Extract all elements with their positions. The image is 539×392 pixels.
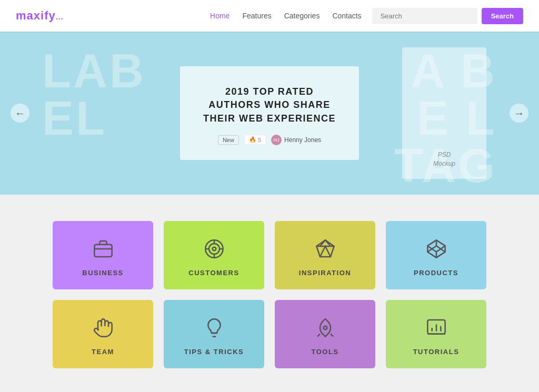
hero-meta: New 🔥 5 HJ Henny Jones [201, 135, 338, 145]
hero-prev-arrow[interactable]: ← [11, 104, 29, 123]
hero-right-card: PSDMockup [402, 47, 486, 179]
category-team-label: TEAM [92, 348, 114, 356]
hero-section: LAB EL A B E L TAG ← 2019 TOP RATED AUTH… [0, 32, 539, 195]
fire-icon: 🔥 [249, 136, 256, 143]
category-customers[interactable]: CUSTOMERS [164, 221, 264, 289]
fire-count: 5 [258, 137, 261, 143]
nav-item-home[interactable]: Home [210, 12, 229, 20]
hand-icon [93, 317, 114, 341]
author-info: HJ Henny Jones [271, 135, 321, 145]
search-input[interactable] [372, 8, 477, 24]
category-tools-label: TOOLS [311, 348, 338, 356]
category-tutorials-label: TUTORIALS [413, 348, 460, 356]
category-tools[interactable]: TOOLS [275, 300, 375, 368]
svg-marker-5 [316, 240, 334, 257]
hero-next-arrow[interactable]: → [510, 104, 528, 123]
cube-icon [426, 238, 447, 263]
diamond-icon [315, 238, 336, 263]
category-customers-label: CUSTOMERS [188, 269, 239, 277]
search-button[interactable]: Search [482, 8, 523, 24]
categories-grid: BUSINESS CUSTOMERS INSPIRATION PRODUCTS [53, 221, 486, 368]
logo: maxify... [16, 9, 63, 23]
main-nav: Home Features Categories Contacts [210, 12, 362, 20]
svg-point-4 [212, 247, 216, 250]
chart-icon [426, 317, 447, 341]
psd-mockup-label: PSDMockup [433, 150, 455, 168]
author-name: Henny Jones [284, 136, 321, 144]
categories-section: BUSINESS CUSTOMERS INSPIRATION PRODUCTS [0, 195, 539, 392]
hero-card: 2019 TOP RATED AUTHORS WHO SHARE THEIR W… [180, 66, 359, 160]
category-tips-tricks[interactable]: TIPS & TRICKS [164, 300, 264, 368]
header: maxify... Home Features Categories Conta… [0, 0, 539, 32]
logo-text: maxify [16, 9, 56, 22]
category-inspiration-label: INSPIRATION [299, 269, 351, 277]
search-area: Search [372, 8, 523, 24]
hero-bg-text-left: LAB EL [42, 47, 146, 142]
category-tips-tricks-label: TIPS & TRICKS [184, 348, 244, 356]
category-team[interactable]: TEAM [53, 300, 153, 368]
category-tutorials[interactable]: TUTORIALS [386, 300, 486, 368]
category-inspiration[interactable]: INSPIRATION [275, 221, 375, 289]
target-icon [204, 238, 225, 263]
category-business-label: BUSINESS [82, 269, 123, 277]
category-products[interactable]: PRODUCTS [386, 221, 486, 289]
badge-new: New [218, 135, 239, 145]
badge-fire: 🔥 5 [244, 135, 266, 145]
briefcase-icon [93, 238, 114, 263]
category-business[interactable]: BUSINESS [53, 221, 153, 289]
svg-point-10 [323, 326, 327, 329]
author-avatar: HJ [271, 135, 282, 145]
nav-item-contacts[interactable]: Contacts [332, 12, 361, 20]
svg-point-3 [209, 244, 219, 254]
nav-item-features[interactable]: Features [242, 12, 271, 20]
category-products-label: PRODUCTS [414, 269, 458, 277]
rocket-icon [315, 317, 336, 341]
logo-dots: ... [56, 13, 64, 21]
lightbulb-icon [204, 317, 225, 341]
hero-title: 2019 TOP RATED AUTHORS WHO SHARE THEIR W… [201, 85, 338, 125]
svg-rect-0 [94, 244, 112, 256]
nav-item-categories[interactable]: Categories [284, 12, 320, 20]
